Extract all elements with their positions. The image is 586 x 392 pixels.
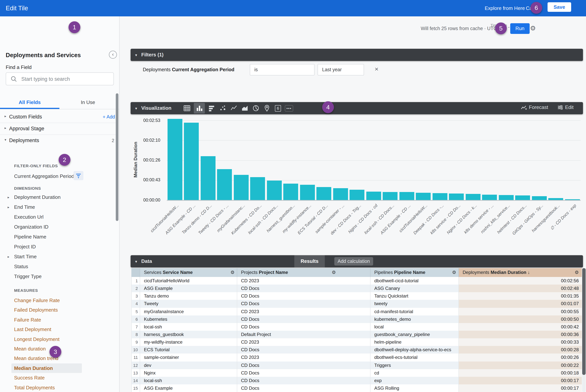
table-row[interactable]: 6KubernetesCD Docskubernetes_demo00:00:5… (131, 315, 582, 323)
column-header[interactable]: Projects Project Name⚙ (237, 268, 371, 277)
table-row[interactable]: 12devCD DocsTriggers00:00:22 (131, 361, 582, 369)
collapse-arrow-icon[interactable]: ▾ (135, 106, 137, 110)
chart-bar[interactable] (317, 187, 331, 200)
group-deployments[interactable]: ▾ Deployments 2 (0, 135, 116, 146)
chart-bar[interactable] (350, 190, 365, 200)
table-chart-icon[interactable] (183, 103, 191, 114)
search-input[interactable] (20, 74, 110, 84)
table-row[interactable]: 9my-wildfly-instanceCD 2023helm-pipeline… (131, 338, 582, 346)
column-header[interactable]: Deployments Median Duration ↓⚙ (459, 268, 582, 277)
chart-bar[interactable] (399, 192, 414, 200)
run-button[interactable]: Run (510, 23, 530, 34)
chart-bar[interactable] (366, 192, 381, 200)
column-header[interactable]: Pipelines Pipeline Name⚙ (371, 268, 459, 277)
sidebar-measure-item[interactable]: Longest Deployment (11, 334, 111, 344)
expand-arrow-icon[interactable]: ▸ (4, 126, 6, 130)
single-value-icon[interactable]: 6 (274, 103, 282, 114)
chart-bar[interactable] (482, 194, 497, 200)
add-calculation-button[interactable]: Add calculation (334, 257, 373, 266)
tab-all-fields[interactable]: All Fields (0, 100, 59, 105)
expand-arrow-icon[interactable]: ▸ (7, 192, 9, 202)
sidebar-measure-item[interactable]: Success Rate (11, 373, 111, 383)
sidebar-dimension-item[interactable]: Pipeline Name (11, 232, 111, 242)
group-approval-stage[interactable]: ▸ Approval Stage (0, 123, 116, 135)
collapse-sidebar-icon[interactable]: ‹ (109, 51, 117, 59)
chart-bar[interactable] (300, 185, 315, 200)
chart-bar[interactable] (449, 194, 464, 200)
results-tab[interactable]: Results (294, 255, 325, 268)
sidebar-measure-item[interactable]: Total Deployments (11, 383, 111, 392)
filter-value-input[interactable] (321, 67, 362, 73)
gear-icon[interactable]: ⚙ (530, 24, 536, 32)
gear-icon[interactable]: ⚙ (575, 268, 579, 277)
collapse-arrow-icon[interactable]: ▾ (135, 53, 137, 57)
table-row[interactable]: 1cicdTutorialHelloWorldCD 2023dbothwell-… (131, 277, 582, 284)
group-custom-fields[interactable]: ▸ Custom Fields + Add (0, 111, 116, 123)
field-current-aggregation-period[interactable]: Current Aggregation Period (14, 173, 74, 179)
table-row[interactable]: 15ASG ExampleCD DocsASG Rolling00:00:17 (131, 384, 582, 392)
sidebar-measure-item[interactable]: Failure Rate (11, 315, 111, 325)
filters-panel-bar[interactable]: ▾ Filters (1) Custom Filter (131, 49, 583, 61)
chart-bar[interactable] (416, 192, 431, 200)
row-chart-icon[interactable] (207, 103, 216, 114)
sidebar-measure-item[interactable]: Mean duration (11, 344, 111, 354)
chart-bar[interactable] (515, 196, 530, 200)
chart-bar[interactable] (333, 188, 348, 200)
filter-operator-input[interactable] (254, 67, 310, 73)
map-chart-icon[interactable] (263, 103, 271, 114)
sidebar-dimension-item[interactable]: Project ID (11, 242, 111, 252)
table-row[interactable]: 10ECS TutorialCD Docsdbothwell-deploy-al… (131, 346, 582, 354)
gear-icon[interactable]: ⚙ (230, 268, 235, 277)
collapse-arrow-icon[interactable]: ▾ (135, 260, 137, 264)
sidebar-measure-item[interactable]: Mean duration trend (11, 354, 111, 364)
table-row[interactable]: 2ASG ExampleCD DocsASG Canary00:02:48 (131, 284, 582, 292)
chart-bar[interactable] (383, 192, 398, 200)
sidebar-dimension-item[interactable]: Organization ID (11, 222, 111, 232)
chart-bar[interactable] (167, 119, 182, 200)
explore-from-here-link[interactable]: Explore from Here (485, 5, 525, 11)
table-row[interactable]: 4TweetyCD Docstweety00:01:07 (131, 300, 582, 308)
sidebar-measure-item[interactable]: Failed Deployments (11, 305, 111, 315)
sidebar-scrollbar[interactable] (116, 93, 118, 221)
expand-arrow-icon[interactable]: ▸ (7, 252, 9, 262)
chart-bar[interactable] (466, 194, 481, 200)
scatter-chart-icon[interactable] (219, 103, 227, 114)
line-chart-icon[interactable] (230, 103, 238, 114)
expand-arrow-icon[interactable]: ▸ (4, 114, 6, 118)
sidebar-measure-item[interactable]: Change Failure Rate (11, 296, 111, 305)
table-scrollbar[interactable] (582, 268, 586, 375)
column-header[interactable]: Services Service Name⚙ (140, 268, 237, 277)
tab-in-use[interactable]: In Use (59, 100, 116, 105)
filter-operator-select[interactable] (250, 64, 315, 76)
table-row[interactable]: 3Tanzu demoCD DocsTanzu Quickstart00:01:… (131, 292, 582, 300)
save-button[interactable]: Save (548, 2, 571, 12)
chart-bar[interactable] (499, 195, 514, 200)
expand-arrow-icon[interactable]: ▸ (7, 202, 9, 212)
table-row[interactable]: 7local-sshCD Docslocal00:00:42 (131, 323, 582, 331)
chart-bar[interactable] (234, 175, 249, 200)
chart-bar[interactable] (283, 184, 298, 200)
sidebar-measure-item[interactable]: Last Deployment (11, 324, 111, 334)
more-icon[interactable]: ••• (285, 103, 293, 114)
bar-chart-icon[interactable] (194, 103, 205, 114)
pie-chart-icon[interactable] (252, 103, 260, 114)
edit-viz-button[interactable]: Edit (558, 104, 574, 110)
filter-by-field-button[interactable] (73, 171, 83, 180)
area-chart-icon[interactable] (241, 103, 249, 114)
forecast-button[interactable]: Forecast (521, 104, 548, 110)
table-row[interactable]: 8harness_guestbookDefault Projectguestbo… (131, 331, 582, 338)
chart-bar[interactable] (565, 199, 580, 200)
chart-bar[interactable] (184, 123, 199, 200)
remove-filter-icon[interactable]: × (375, 66, 379, 73)
table-row[interactable]: 14local-sshCD Docsexp00:00:17 (131, 377, 582, 384)
chart-bar[interactable] (433, 193, 447, 200)
collapse-arrow-icon[interactable]: ▾ (4, 138, 6, 142)
chart-bar[interactable] (549, 198, 563, 200)
field-search-box[interactable] (6, 72, 114, 85)
sidebar-dimension-item[interactable]: Status (11, 262, 111, 272)
gear-icon[interactable]: ⚙ (452, 268, 456, 277)
chart-bar[interactable] (217, 169, 232, 200)
chart-bar[interactable] (201, 156, 215, 200)
sidebar-dimension-item[interactable]: ▸Start Time (11, 252, 111, 262)
sidebar-dimension-item[interactable]: Trigger Type (11, 272, 111, 282)
